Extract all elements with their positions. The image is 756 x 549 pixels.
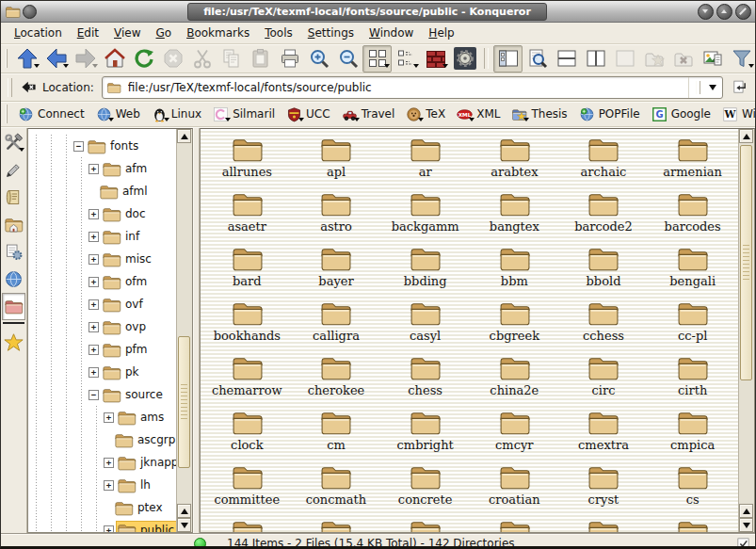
location-input[interactable] <box>126 80 684 95</box>
tree-item-ptex[interactable]: ptex <box>28 496 177 519</box>
maximize-button[interactable] <box>716 4 732 20</box>
sidebar-pencil-button[interactable] <box>2 156 25 184</box>
folder-item-partial[interactable] <box>559 515 649 533</box>
sidebar-root-folder-button[interactable] <box>2 293 25 320</box>
tree-item-fonts[interactable]: −fonts <box>28 135 177 157</box>
scrollbar-thumb[interactable] <box>178 336 190 468</box>
bookmark-toolbar-grip[interactable] <box>6 105 8 123</box>
folder-cc-pl[interactable]: cc-pl <box>648 297 737 351</box>
folder-ar[interactable]: ar <box>380 133 470 187</box>
title-bar[interactable]: file:/usr/TeX/texmf-local/fonts/source/p… <box>1 1 755 23</box>
bookmark-thesis[interactable]: Thesis <box>506 102 572 126</box>
tree-item-body[interactable]: public <box>117 522 178 534</box>
tree-item-body[interactable]: lh <box>117 476 154 494</box>
folder-cmcyr[interactable]: cmcyr <box>470 406 559 460</box>
zoom-in-button[interactable] <box>304 45 333 73</box>
tree-item-body[interactable]: doc <box>102 205 150 223</box>
scroll-down-button[interactable] <box>739 518 753 532</box>
forward-button[interactable] <box>71 45 100 73</box>
filter-button[interactable] <box>727 45 756 73</box>
menu-view[interactable]: View <box>106 24 148 41</box>
folder-apl[interactable]: apl <box>292 133 381 187</box>
tree-expander-plus[interactable]: + <box>88 322 99 332</box>
copy-button[interactable] <box>217 45 246 73</box>
folder-bangtex[interactable]: bangtex <box>470 187 559 242</box>
tree-expander-plus[interactable]: + <box>104 525 114 534</box>
folder-bbm[interactable]: bbm <box>470 242 559 297</box>
folder-cm[interactable]: cm <box>292 406 381 460</box>
folder-cmextra[interactable]: cmextra <box>559 406 649 460</box>
home-button[interactable] <box>100 45 129 73</box>
tree-expander-plus[interactable]: + <box>88 232 99 242</box>
clear-location-icon[interactable] <box>21 79 37 95</box>
folder-arabtex[interactable]: arabtex <box>470 133 559 187</box>
tree-item-ascgrp[interactable]: ascgrp <box>28 428 177 451</box>
folder-barcodes[interactable]: barcodes <box>648 187 737 242</box>
panel-splitter[interactable] <box>193 128 200 533</box>
close-tab-button[interactable] <box>668 45 698 73</box>
folder-cirth[interactable]: cirth <box>648 351 737 406</box>
folder-committee[interactable]: committee <box>202 460 292 515</box>
minimize-button[interactable] <box>698 4 714 20</box>
stop-button[interactable] <box>158 45 187 73</box>
folder-item-partial[interactable] <box>470 515 559 533</box>
gear-button[interactable] <box>450 45 479 73</box>
tree-item-inf[interactable]: +inf <box>28 225 177 248</box>
zoom-out-button[interactable] <box>333 45 362 73</box>
back-button[interactable] <box>41 45 71 73</box>
tree-expander-plus[interactable]: + <box>88 164 99 174</box>
folder-barcode2[interactable]: barcode2 <box>559 187 649 242</box>
tree-expander-plus[interactable]: + <box>88 345 99 355</box>
tree-item-body[interactable]: ovp <box>102 318 150 336</box>
folder-cbgreek[interactable]: cbgreek <box>470 297 559 351</box>
sidebar-toggle-button[interactable] <box>493 45 523 73</box>
tree-item-body[interactable]: source <box>102 386 167 404</box>
sidebar-network-button[interactable] <box>2 266 25 293</box>
scroll-down-button[interactable] <box>177 518 191 532</box>
tree-item-lh[interactable]: +lh <box>28 474 177 496</box>
icon-view-button[interactable] <box>362 45 392 73</box>
tree-item-source[interactable]: −source <box>28 383 177 406</box>
tree-item-ams[interactable]: +ams <box>28 406 177 428</box>
tree-item-body[interactable]: afm <box>102 160 151 178</box>
tree-expander-plus[interactable]: + <box>88 299 99 310</box>
sidebar-bookmarks-button[interactable] <box>2 329 25 356</box>
folder-croatian[interactable]: croatian <box>470 460 559 515</box>
tree-item-body[interactable]: inf <box>102 228 143 246</box>
active-view-checkbox-icon[interactable] <box>736 537 750 549</box>
menu-go[interactable]: Go <box>149 24 180 41</box>
folder-archaic[interactable]: archaic <box>559 133 649 187</box>
sidebar-config-button[interactable] <box>2 129 25 156</box>
folder-bbding[interactable]: bbding <box>380 242 470 297</box>
menu-window[interactable]: Window <box>362 24 421 41</box>
tree-item-ofm[interactable]: +ofm <box>28 270 177 293</box>
tree-item-body[interactable]: ascgrp <box>114 431 179 449</box>
go-button[interactable] <box>727 76 751 99</box>
close-view-button[interactable] <box>610 45 639 73</box>
folder-concrete[interactable]: concrete <box>380 460 470 515</box>
bookmark-popfile[interactable]: POPFile <box>573 102 646 126</box>
split-top-bottom-button[interactable] <box>552 45 581 73</box>
folder-bengali[interactable]: bengali <box>648 242 737 297</box>
toolbar-grip[interactable] <box>6 49 8 68</box>
folder-casyl[interactable]: casyl <box>380 297 470 351</box>
tree-item-public[interactable]: +public <box>28 519 177 533</box>
folder-allrunes[interactable]: allrunes <box>202 133 292 187</box>
folder-china2e[interactable]: china2e <box>470 351 559 406</box>
folder-chemarrow[interactable]: chemarrow <box>202 351 292 406</box>
folder-bbold[interactable]: bbold <box>559 242 649 297</box>
tree-item-pfm[interactable]: +pfm <box>28 338 177 361</box>
list-view-button[interactable] <box>392 45 421 73</box>
folder-cchess[interactable]: cchess <box>559 297 649 351</box>
print-button[interactable] <box>275 45 304 73</box>
menu-settings[interactable]: Settings <box>300 24 362 41</box>
tree-expander-plus[interactable]: + <box>88 277 99 287</box>
up-button[interactable] <box>12 45 41 73</box>
tree-item-body[interactable]: pk <box>102 363 143 381</box>
reload-button[interactable] <box>129 45 158 73</box>
tree-item-body[interactable]: misc <box>102 250 155 268</box>
tree-item-pk[interactable]: +pk <box>28 361 177 383</box>
scroll-up-button[interactable] <box>177 504 191 518</box>
bookmark-silmaril[interactable]: Silmaril <box>207 102 281 126</box>
folder-asaetr[interactable]: asaetr <box>202 187 292 242</box>
